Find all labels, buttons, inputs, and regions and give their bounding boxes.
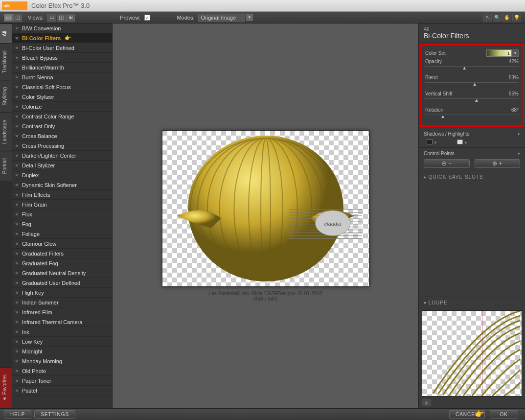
pan-tool-icon[interactable]: ✋ xyxy=(502,14,511,22)
star-icon[interactable]: ★ xyxy=(15,221,19,227)
slider-handle-icon[interactable]: ▲ xyxy=(474,97,479,101)
light-tool-icon[interactable]: 💡 xyxy=(512,14,521,22)
star-icon[interactable]: ★ xyxy=(15,133,19,139)
slider-handle-icon[interactable]: ▲ xyxy=(434,140,437,144)
star-icon[interactable]: ★ xyxy=(15,172,19,178)
star-icon[interactable]: ★ xyxy=(15,319,19,325)
star-icon[interactable]: ★ xyxy=(15,241,19,246)
star-icon[interactable]: ★ xyxy=(15,74,19,80)
slider-handle-icon[interactable]: ▲ xyxy=(462,65,467,69)
loupe-preview[interactable] xyxy=(422,310,522,397)
tab-favorites[interactable]: ★ Favorites xyxy=(0,367,12,408)
filter-item[interactable]: ★Graduated User Defined xyxy=(12,278,112,288)
layout-2-icon[interactable]: ◫ xyxy=(57,14,66,22)
tab-stylizing[interactable]: Stylizing xyxy=(0,80,12,112)
filter-item[interactable]: ★Bleach Bypass xyxy=(12,53,112,63)
filter-item[interactable]: ★Cross Balance xyxy=(12,131,112,141)
slider-handle-icon[interactable]: ▲ xyxy=(440,114,445,117)
quick-save-slots-header[interactable]: ▸ QUICK SAVE SLOTS xyxy=(419,171,525,183)
star-icon[interactable]: ★ xyxy=(15,349,19,354)
star-icon[interactable]: ★ xyxy=(15,163,19,168)
filter-item[interactable]: ★Duplex xyxy=(12,170,112,180)
filter-item[interactable]: ★Fog xyxy=(12,219,112,229)
shadows-highlights-section[interactable]: Shadows / Highlights▸ ▲ ▲ xyxy=(419,128,525,147)
star-icon[interactable]: ★ xyxy=(15,123,19,129)
loupe-header[interactable]: ▾ LOUPE xyxy=(419,297,525,308)
vshift-slider[interactable]: ▲ xyxy=(425,98,519,102)
filter-item[interactable]: ★Classical Soft Focus xyxy=(12,82,112,92)
settings-button[interactable]: SETTINGS xyxy=(34,410,75,419)
view-single-icon[interactable]: ▭ xyxy=(4,14,13,22)
star-icon[interactable]: ★ xyxy=(15,84,19,90)
filter-item[interactable]: ★Infrared Thermal Camera xyxy=(12,317,112,327)
star-icon[interactable]: ★ xyxy=(15,300,19,305)
star-icon[interactable]: ★ xyxy=(15,182,19,187)
star-icon[interactable]: ★ xyxy=(15,104,19,109)
opacity-slider[interactable]: ▲ xyxy=(425,66,519,70)
colorset-dropdown-icon[interactable]: ▼ xyxy=(512,49,519,57)
tab-traditional[interactable]: Traditional xyxy=(0,43,12,80)
view-split-icon[interactable]: ◫ xyxy=(13,14,22,22)
filter-item[interactable]: ★Contrast Color Range xyxy=(12,112,112,121)
star-icon[interactable]: ★ xyxy=(15,339,19,344)
filter-item[interactable]: ★Dynamic Skin Softener xyxy=(12,180,112,190)
star-icon[interactable]: ★ xyxy=(15,65,19,70)
filter-item[interactable]: ★Graduated Filters xyxy=(12,249,112,258)
star-icon[interactable]: ★ xyxy=(15,270,19,276)
star-icon[interactable]: ★ xyxy=(15,55,19,60)
tab-landscape[interactable]: Landscape xyxy=(0,113,12,151)
star-icon[interactable]: ★ xyxy=(15,260,19,266)
filter-item[interactable]: ★Graduated Fog xyxy=(12,258,112,268)
filter-item[interactable]: ★Monday Morning xyxy=(12,356,112,366)
filter-item[interactable]: ★Flux xyxy=(12,210,112,219)
preview-checkbox[interactable]: ✓ xyxy=(144,15,150,21)
star-icon[interactable]: ★ xyxy=(15,280,19,285)
filter-item[interactable]: ★Pastel xyxy=(12,386,112,396)
filter-item[interactable]: ★Midnight xyxy=(12,347,112,356)
star-icon[interactable]: ★ xyxy=(15,202,19,207)
filter-list[interactable]: ★B/W Conversion★Bi-Color Filters👉★Bi-Col… xyxy=(12,23,113,408)
blend-slider[interactable]: ▲ xyxy=(425,82,519,86)
filter-item[interactable]: ★Glamour Glow xyxy=(12,239,112,249)
filter-item[interactable]: ★High Key xyxy=(12,288,112,298)
cancel-button[interactable]: CANCEL xyxy=(449,410,485,419)
filter-item[interactable]: ★B/W Conversion xyxy=(12,23,112,33)
ok-button[interactable]: OK xyxy=(490,410,518,419)
filter-item[interactable]: ★Darken/Lighten Center xyxy=(12,151,112,161)
filter-item[interactable]: ★Indian Summer xyxy=(12,298,112,307)
zoom-tool-icon[interactable]: 🔍 xyxy=(493,14,502,22)
star-icon[interactable]: ★ xyxy=(15,368,19,373)
expand-arrow-icon[interactable]: ▸ xyxy=(518,151,520,156)
filter-item[interactable]: ★Film Grain xyxy=(12,200,112,210)
filter-item[interactable]: ★Bi-Color Filters👉 xyxy=(12,33,112,43)
filter-item[interactable]: ★Brilliance/Warmth xyxy=(12,63,112,72)
star-icon[interactable]: ★ xyxy=(15,290,19,295)
star-icon[interactable]: ★ xyxy=(15,309,19,315)
filter-item[interactable]: ★Contrast Only xyxy=(12,121,112,131)
filter-item[interactable]: ★Ink xyxy=(12,327,112,337)
star-icon[interactable]: ★ xyxy=(15,358,19,364)
add-control-point-button[interactable]: ⊕ + xyxy=(475,159,521,168)
star-icon[interactable]: ★ xyxy=(15,329,19,334)
star-icon[interactable]: ★ xyxy=(15,251,19,256)
filter-item[interactable]: ★Old Photo xyxy=(12,366,112,376)
filter-item[interactable]: ★Film Effects xyxy=(12,190,112,200)
tab-all[interactable]: All xyxy=(0,23,12,43)
filter-item[interactable]: ★Color Stylizer xyxy=(12,92,112,102)
colorset-swatch[interactable]: 1 xyxy=(486,49,512,57)
filter-item[interactable]: ★Paper Toner xyxy=(12,376,112,386)
expand-arrow-icon[interactable]: ▸ xyxy=(518,132,520,136)
star-icon[interactable]: ★ xyxy=(15,114,19,119)
star-icon[interactable]: ★ xyxy=(15,35,19,41)
star-icon[interactable]: ★ xyxy=(15,25,19,31)
star-icon[interactable]: ★ xyxy=(15,388,19,393)
filter-item[interactable]: ★Low Key xyxy=(12,337,112,347)
filter-item[interactable]: ★Burnt Sienna xyxy=(12,72,112,82)
slider-handle-icon[interactable]: ▲ xyxy=(472,81,477,85)
star-icon[interactable]: ★ xyxy=(15,143,19,148)
filter-item[interactable]: ★Detail Stylizer xyxy=(12,161,112,170)
star-icon[interactable]: ★ xyxy=(15,94,19,99)
layout-1-icon[interactable]: ▭ xyxy=(47,14,56,22)
star-icon[interactable]: ★ xyxy=(15,378,19,383)
layout-3-icon[interactable]: ⊞ xyxy=(66,14,75,22)
